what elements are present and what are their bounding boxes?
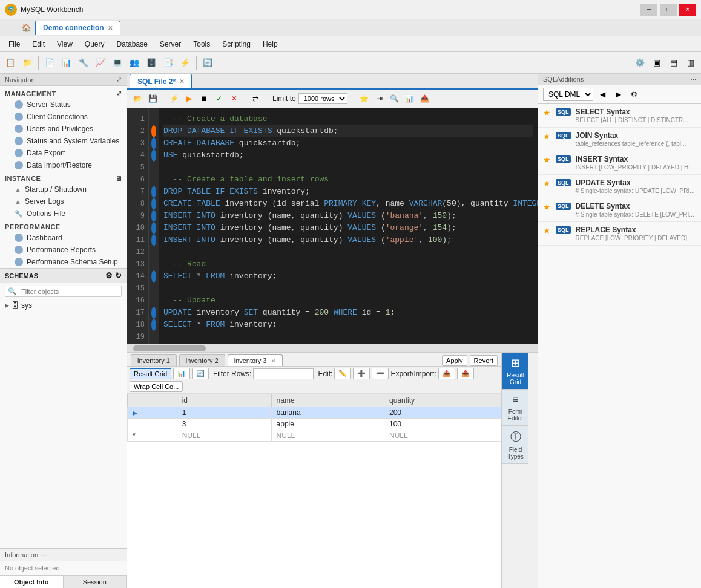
toolbar-tables[interactable]: 🗄️	[143, 55, 159, 71]
editor-hscroll[interactable]	[127, 344, 538, 352]
nav-performance-reports[interactable]: Performance Reports	[0, 244, 127, 256]
menu-file[interactable]: File	[2, 39, 26, 50]
nav-data-export[interactable]: Data Export	[0, 147, 127, 159]
ed-open-btn[interactable]: 📂	[131, 92, 144, 105]
ed-search-btn[interactable]: 🔍	[388, 92, 401, 105]
cell-id[interactable]: 1	[177, 407, 271, 419]
sql-add-prev-btn[interactable]: ◀	[596, 88, 609, 101]
close-button[interactable]: ✕	[679, 4, 696, 16]
ed-visual-btn[interactable]: 📊	[403, 92, 416, 105]
table-row-null[interactable]: * NULL NULL NULL	[128, 430, 501, 442]
ed-toggle-btn[interactable]: ⇄	[249, 92, 262, 105]
menu-tools[interactable]: Tools	[187, 39, 216, 50]
export-btn[interactable]: 📤	[438, 368, 455, 379]
sql-add-action-btn[interactable]: ⚙	[627, 88, 640, 101]
table-row[interactable]: ▶ 1 banana 200	[128, 407, 501, 419]
result-tab-3[interactable]: inventory 3 ✕	[228, 354, 283, 366]
menu-help[interactable]: Help	[257, 39, 284, 50]
sql-item-insert[interactable]: ★ SQL INSERT Syntax INSERT [LOW_PRIORITY…	[538, 151, 701, 175]
limit-dropdown[interactable]: 1000 rows 500 rows 200 rows	[298, 93, 347, 104]
edit-row-btn[interactable]: ✏️	[334, 368, 351, 379]
nav-options-file[interactable]: 🔧 Options File	[0, 207, 127, 220]
toolbar-new-schema[interactable]: 📋	[2, 55, 18, 71]
toolbar-layout3[interactable]: ▥	[683, 55, 699, 71]
nav-performance-schema[interactable]: Performance Schema Setup	[0, 256, 127, 268]
ed-run-line-btn[interactable]: ▶	[182, 92, 196, 105]
col-header-quantity[interactable]: quantity	[384, 394, 501, 407]
demo-tab-close[interactable]: ✕	[108, 25, 113, 31]
ed-indent-btn[interactable]: ⇥	[373, 92, 386, 105]
side-form-editor-btn[interactable]: ≡ Form Editor	[502, 390, 528, 426]
nav-users-privileges[interactable]: Users and Privileges	[0, 123, 127, 135]
cell-name-null[interactable]: NULL	[271, 430, 384, 442]
sql-item-delete[interactable]: ★ SQL DELETE Syntax # Single-table synta…	[538, 198, 701, 222]
cell-quantity[interactable]: 200	[384, 407, 501, 419]
result-tab-1[interactable]: inventory 1	[131, 354, 177, 366]
ed-save-btn[interactable]: 💾	[146, 92, 159, 105]
ed-export-btn[interactable]: 📤	[418, 92, 432, 105]
schema-filter-input[interactable]	[19, 287, 121, 296]
nav-client-connections[interactable]: Client Connections	[0, 111, 127, 123]
home-button[interactable]: 🏠	[18, 20, 34, 36]
cell-qty-null[interactable]: NULL	[384, 430, 501, 442]
sql-file-tab-close[interactable]: ✕	[179, 78, 184, 85]
toolbar-performance[interactable]: 📈	[93, 55, 108, 71]
schema-sys[interactable]: ▶ 🗄 sys	[0, 299, 127, 312]
delete-row-btn[interactable]: ➖	[372, 368, 389, 379]
table-row[interactable]: 3 apple 100	[128, 419, 501, 430]
toolbar-extra1[interactable]: 📑	[160, 55, 176, 71]
side-result-grid-btn[interactable]: ⊞ Result Grid	[502, 353, 528, 390]
code-area[interactable]: -- Create a database DROP DATABASE IF EX…	[159, 108, 538, 344]
sql-item-select[interactable]: ★ SQL SELECT Syntax SELECT {ALL | DISTIN…	[538, 104, 701, 128]
tab-session[interactable]: Session	[64, 576, 127, 588]
cell-name[interactable]: banana	[271, 407, 384, 419]
sql-file-tab[interactable]: SQL File 2* ✕	[130, 74, 192, 88]
toolbar-refresh[interactable]: 🔄	[200, 55, 216, 71]
editor-hscroll-thumb[interactable]	[133, 345, 206, 351]
nav-startup-shutdown[interactable]: ▲ Startup / Shutdown	[0, 183, 127, 195]
toolbar-migration[interactable]: 🔧	[76, 55, 91, 71]
result-tab-3-close[interactable]: ✕	[271, 358, 276, 364]
result-refresh-btn[interactable]: 🔄	[192, 368, 209, 379]
sql-item-update[interactable]: ★ SQL UPDATE Syntax # Single-table synta…	[538, 175, 701, 198]
toolbar-model[interactable]: 📊	[59, 55, 74, 71]
toolbar-layout2[interactable]: ▤	[666, 55, 682, 71]
result-tab-2[interactable]: inventory 2	[179, 354, 225, 366]
col-header-name[interactable]: name	[271, 394, 384, 407]
cell-name[interactable]: apple	[271, 419, 384, 430]
ed-rollback-btn[interactable]: ✕	[228, 92, 241, 105]
menu-scripting[interactable]: Scripting	[216, 39, 257, 50]
sql-additions-expand[interactable]: ···	[691, 76, 696, 83]
ed-format-btn[interactable]: ⭐	[358, 92, 371, 105]
tab-object-info[interactable]: Object Info	[0, 576, 64, 588]
side-field-types-btn[interactable]: Ⓣ Field Types	[502, 426, 528, 464]
ed-stop-btn[interactable]: ⏹	[197, 92, 211, 105]
apply-btn[interactable]: Apply	[442, 355, 467, 366]
add-row-btn[interactable]: ➕	[353, 368, 370, 379]
menu-query[interactable]: Query	[79, 39, 111, 50]
ed-run-btn[interactable]: ⚡	[167, 92, 180, 105]
revert-btn[interactable]: Revert	[470, 355, 498, 366]
result-chart-btn[interactable]: 📊	[173, 368, 190, 379]
menu-database[interactable]: Database	[111, 39, 154, 50]
import-btn[interactable]: 📥	[457, 368, 474, 379]
nav-dashboard[interactable]: Dashboard	[0, 232, 127, 244]
schema-filter[interactable]: 🔍	[5, 286, 122, 297]
nav-status-variables[interactable]: Status and System Variables	[0, 135, 127, 147]
menu-server[interactable]: Server	[154, 39, 187, 50]
wrap-cell-btn[interactable]: Wrap Cell Co...	[130, 381, 183, 392]
cell-id-null[interactable]: NULL	[177, 430, 271, 442]
nav-server-logs[interactable]: ▲ Server Logs	[0, 195, 127, 207]
sql-dml-dropdown[interactable]: SQL DML	[543, 88, 593, 101]
menu-edit[interactable]: Edit	[26, 39, 51, 50]
sql-item-replace[interactable]: ★ SQL REPLACE Syntax REPLACE [LOW_PRIORI…	[538, 222, 701, 246]
navigator-expand-icon[interactable]: ⤢	[116, 76, 122, 83]
sql-item-join[interactable]: ★ SQL JOIN Syntax table_references table…	[538, 128, 701, 151]
col-header-id[interactable]: id	[177, 394, 271, 407]
toolbar-users[interactable]: 👥	[127, 55, 142, 71]
ed-commit-btn[interactable]: ✓	[212, 92, 226, 105]
cell-quantity[interactable]: 100	[384, 419, 501, 430]
toolbar-extra2[interactable]: ⚡	[177, 55, 193, 71]
sql-add-next-btn[interactable]: ▶	[611, 88, 625, 101]
sql-editor[interactable]: 12345 678910 1112131415 1617181920 2122	[127, 108, 538, 344]
